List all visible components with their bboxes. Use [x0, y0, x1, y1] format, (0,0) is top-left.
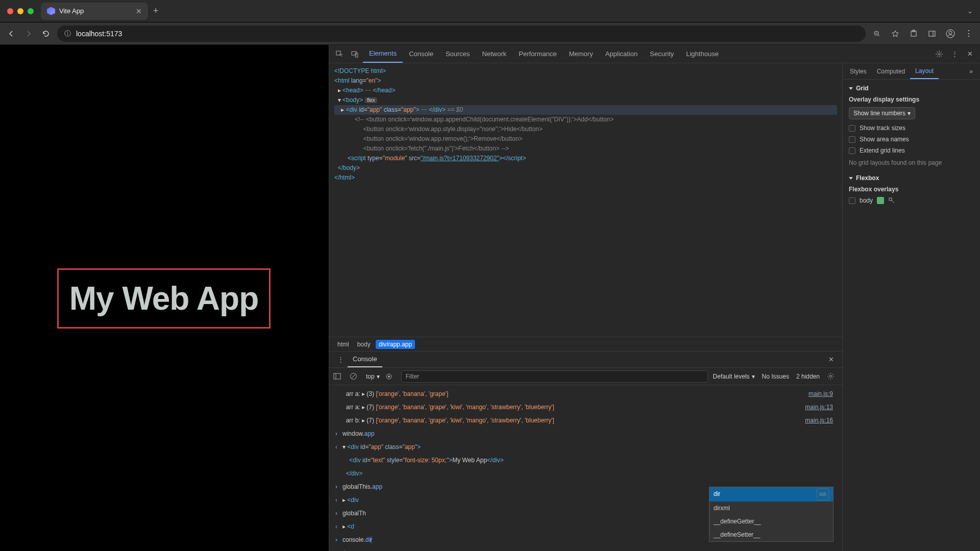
dom-tree[interactable]: <!DOCTYPE html> <html lang="en"> ▸ <head… — [329, 63, 842, 337]
devtools-close-icon[interactable]: ✕ — [963, 47, 977, 61]
tab-memory[interactable]: Memory — [563, 45, 599, 63]
svg-rect-11 — [334, 373, 340, 379]
tab-lighthouse[interactable]: Lighthouse — [680, 45, 725, 63]
breadcrumbs: html body div#app.app — [329, 337, 842, 351]
log-row: arr b: ▸ (7) ['orange', 'banana', 'grape… — [329, 414, 842, 427]
close-tab-button[interactable]: ✕ — [136, 7, 142, 15]
dom-comment: <button onclick='window.app.style.displa… — [334, 124, 837, 134]
bookmark-icon[interactable] — [889, 28, 901, 40]
console-log[interactable]: arr a: ▸ (3) ['orange', 'banana', 'grape… — [329, 385, 842, 551]
grid-section-header[interactable]: Grid — [849, 85, 974, 92]
console-settings-icon[interactable] — [827, 372, 838, 380]
autocomplete-item[interactable]: dirxml — [709, 502, 833, 515]
checkbox-track-sizes[interactable]: Show track sizes — [849, 124, 974, 132]
hidden-count[interactable]: 2 hidden — [796, 373, 820, 380]
url-text: localhost:5173 — [76, 30, 122, 38]
back-button[interactable] — [5, 28, 17, 40]
console-drawer: ⋮ Console ✕ top ▾ Filter Default levels … — [329, 351, 842, 551]
tab-styles[interactable]: Styles — [845, 63, 872, 79]
live-expression-icon[interactable] — [385, 372, 396, 381]
dom-comment: <!-- <button onclick='window.app.appendC… — [334, 115, 837, 124]
extensions-icon[interactable] — [908, 28, 920, 40]
tab-computed[interactable]: Computed — [872, 63, 910, 79]
svg-point-6 — [949, 31, 952, 34]
devtools-menu-icon[interactable]: ⋮ — [947, 47, 962, 61]
grid-numbers-dropdown[interactable]: Show line numbers ▾ — [849, 107, 915, 119]
autocomplete-item[interactable]: dirtab — [709, 487, 833, 502]
profile-icon[interactable] — [944, 28, 957, 40]
devtools-tabbar: Elements Console Sources Network Perform… — [329, 45, 980, 63]
source-link[interactable]: main.js:16 — [805, 415, 836, 426]
drawer-tab-console[interactable]: Console — [348, 352, 382, 367]
svg-line-14 — [351, 374, 356, 379]
elements-pane: <!DOCTYPE html> <html lang="en"> ▸ <head… — [329, 63, 842, 551]
flexbox-section-header[interactable]: Flexbox — [849, 174, 974, 182]
tab-console[interactable]: Console — [403, 45, 439, 63]
address-bar: ⓘ localhost:5173 ⋮ — [0, 22, 980, 45]
address-input[interactable]: ⓘ localhost:5173 — [57, 26, 866, 42]
tab-elements[interactable]: Elements — [363, 45, 403, 63]
svg-rect-3 — [929, 31, 935, 36]
source-link[interactable]: main.js:13 — [805, 402, 836, 413]
sidepanel-icon[interactable] — [926, 28, 938, 40]
svg-point-17 — [830, 375, 832, 378]
selected-dom-node[interactable]: ▸ <div id="app" class="app"> ⋯ </div> ==… — [334, 105, 837, 115]
log-levels-dropdown[interactable]: Default levels ▾ — [713, 373, 755, 380]
app-highlight-box: My Web App — [57, 268, 271, 329]
tab-sources[interactable]: Sources — [439, 45, 476, 63]
drawer-close-icon[interactable]: ✕ — [824, 353, 838, 367]
minimize-window-button[interactable] — [17, 8, 23, 14]
styles-sidebar: Styles Computed Layout » Grid Overlay di… — [842, 63, 980, 551]
tab-security[interactable]: Security — [644, 45, 680, 63]
traffic-lights — [7, 8, 34, 14]
autocomplete-item[interactable]: __defineGetter__ — [709, 515, 833, 528]
autocomplete-item[interactable]: __defineSetter__ — [709, 528, 833, 541]
reload-button[interactable] — [40, 28, 52, 40]
tab-layout[interactable]: Layout — [910, 63, 939, 79]
tab-title: Vite App — [59, 7, 84, 15]
zoom-icon[interactable] — [871, 28, 883, 40]
log-row: ‹▾ <div id="app" class="app"> — [329, 440, 842, 454]
tab-overflow-icon[interactable]: ⌄ — [967, 7, 973, 15]
tab-network[interactable]: Network — [476, 45, 513, 63]
flexbox-overlay-body[interactable]: body — [849, 197, 974, 204]
device-toolbar-icon[interactable] — [348, 47, 362, 61]
color-swatch[interactable] — [877, 197, 884, 204]
log-row: arr a: ▸ (7) ['orange', 'banana', 'grape… — [329, 400, 842, 414]
rendered-page: My Web App — [0, 45, 329, 551]
no-issues-label[interactable]: No Issues — [762, 373, 789, 380]
console-menu-icon[interactable]: ⋮ — [333, 353, 348, 367]
checkbox-area-names[interactable]: Show area names — [849, 136, 974, 143]
vite-favicon — [47, 7, 55, 15]
site-info-icon[interactable]: ⓘ — [64, 29, 71, 38]
console-sidebar-toggle-icon[interactable] — [333, 372, 345, 380]
no-grids-note: No grid layouts found on this page — [849, 159, 974, 166]
log-row: ›window.app — [329, 427, 842, 440]
svg-point-10 — [938, 53, 940, 55]
tab-performance[interactable]: Performance — [512, 45, 562, 63]
devtools-settings-icon[interactable] — [932, 47, 946, 61]
crumb-html[interactable]: html — [334, 340, 352, 349]
dom-comment: <button onclick='fetch("./main.js")'>Fet… — [334, 144, 837, 154]
close-window-button[interactable] — [7, 8, 13, 14]
reveal-element-icon[interactable] — [888, 197, 895, 204]
inspect-element-icon[interactable] — [332, 47, 347, 61]
maximize-window-button[interactable] — [28, 8, 34, 14]
new-tab-button[interactable]: + — [153, 6, 159, 16]
source-link[interactable]: main.js:9 — [808, 388, 836, 399]
window-titlebar: Vite App ✕ + ⌄ — [0, 0, 980, 22]
filter-input[interactable]: Filter — [401, 370, 708, 383]
checkbox-extend-lines[interactable]: Extend grid lines — [849, 147, 974, 154]
more-tabs-icon[interactable]: » — [964, 63, 978, 79]
execution-context-dropdown[interactable]: top ▾ — [366, 373, 380, 380]
tab-application[interactable]: Application — [599, 45, 644, 63]
dom-doctype: <!DOCTYPE html> — [334, 67, 386, 74]
crumb-div-app[interactable]: div#app.app — [376, 340, 415, 349]
flex-badge[interactable]: flex — [365, 97, 377, 103]
forward-button[interactable] — [22, 28, 35, 40]
menu-icon[interactable]: ⋮ — [963, 28, 975, 40]
log-row: <div id="text" style="font-size: 50px;">… — [329, 454, 842, 467]
browser-tab[interactable]: Vite App ✕ — [41, 3, 148, 20]
crumb-body[interactable]: body — [354, 340, 374, 349]
clear-console-icon[interactable] — [350, 372, 361, 380]
